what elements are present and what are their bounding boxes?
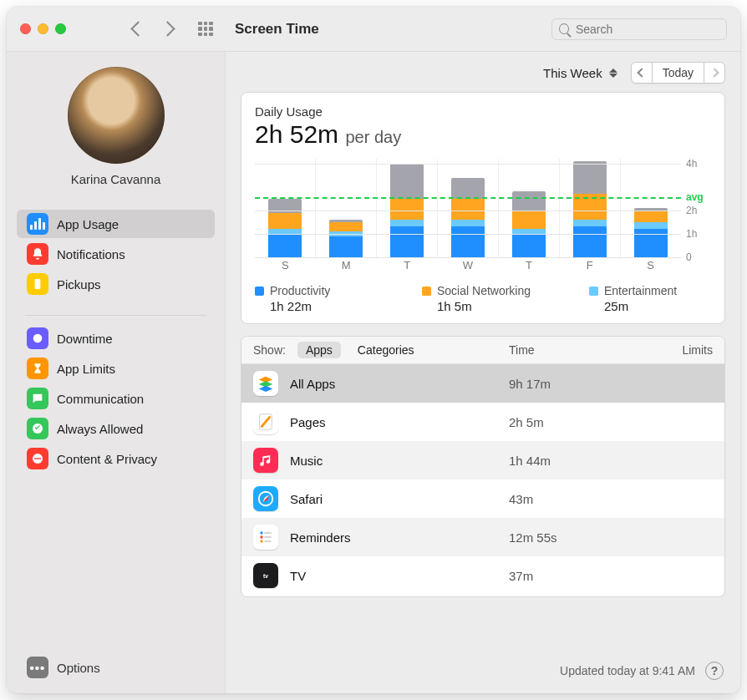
app-time: 2h 5m — [509, 415, 643, 429]
sidebar-divider — [25, 315, 206, 316]
legend-value: 1h 5m — [437, 299, 564, 313]
svg-point-12 — [260, 540, 262, 542]
chart-day-col — [499, 159, 560, 257]
updown-icon — [609, 68, 617, 78]
footer: Updated today at 9:41 AM ? — [226, 653, 740, 693]
next-day-button[interactable] — [704, 63, 724, 83]
app-row[interactable]: Pages2h 5m — [241, 403, 724, 441]
legend-swatch — [589, 287, 598, 296]
tab-apps[interactable]: Apps — [297, 342, 341, 358]
search-input[interactable] — [574, 22, 719, 37]
show-label: Show: — [253, 343, 286, 357]
back-button[interactable] — [130, 21, 145, 36]
legend-item: Entertainment25m — [589, 284, 725, 313]
app-row[interactable]: Music1h 44m — [241, 441, 724, 479]
svg-rect-11 — [264, 536, 271, 538]
chart-day-col — [377, 159, 438, 257]
bars-icon — [27, 213, 48, 235]
chart-day-col — [438, 159, 499, 257]
range-label: This Week — [543, 66, 602, 80]
app-row[interactable]: tvTV37m — [241, 556, 724, 595]
maximize-button[interactable] — [55, 23, 66, 34]
all-prefs-grid-icon[interactable] — [198, 22, 213, 37]
chat-bubble-icon — [27, 388, 48, 409]
sidebar-item-content-privacy[interactable]: Content & Privacy — [17, 444, 215, 473]
sidebar-options[interactable]: ••• Options — [7, 648, 225, 693]
app-name: TV — [290, 569, 497, 583]
legend-swatch — [422, 287, 431, 296]
window-controls — [20, 23, 66, 34]
clock-moon-icon — [27, 327, 48, 349]
reminders-icon — [253, 525, 278, 550]
sidebar-item-label: Communication — [57, 392, 144, 406]
svg-point-10 — [260, 535, 262, 538]
legend-item: Social Networking1h 5m — [422, 284, 564, 313]
app-row[interactable]: Reminders12m 55s — [241, 518, 724, 556]
svg-rect-9 — [264, 532, 271, 534]
sidebar-section-settings: DowntimeApp LimitsCommunicationAlways Al… — [7, 324, 225, 474]
today-button[interactable]: Today — [653, 63, 704, 83]
range-picker[interactable]: This Week — [543, 66, 622, 80]
app-time: 37m — [509, 569, 643, 583]
chart-day-col — [621, 159, 681, 257]
app-name: Safari — [290, 492, 497, 506]
sidebar-section-usage: App UsageNotificationsPickups — [7, 210, 225, 300]
svg-point-8 — [260, 531, 262, 534]
app-row[interactable]: All Apps9h 17m — [241, 364, 724, 403]
chart-day-col — [255, 159, 316, 257]
app-name: All Apps — [290, 377, 497, 391]
sidebar-item-app-usage[interactable]: App Usage — [17, 210, 215, 238]
sidebar-item-label: App Limits — [57, 362, 115, 376]
legend-name: Social Networking — [437, 284, 531, 297]
sidebar-item-notifications[interactable]: Notifications — [17, 240, 215, 268]
stack-icon — [253, 371, 278, 396]
safari-icon — [253, 486, 278, 511]
sidebar-item-app-limits[interactable]: App Limits — [17, 354, 215, 383]
svg-point-1 — [33, 334, 43, 343]
apps-table: Show: Apps Categories Time Limits All Ap… — [241, 336, 725, 597]
sidebar-item-always-allowed[interactable]: Always Allowed — [17, 414, 215, 443]
pages-icon — [253, 409, 278, 434]
svg-point-2 — [33, 424, 43, 434]
prev-day-button[interactable] — [632, 63, 653, 83]
app-time: 43m — [509, 492, 643, 506]
app-row[interactable]: Safari43m — [241, 479, 724, 518]
help-button[interactable]: ? — [705, 662, 724, 680]
hourglass-icon — [27, 358, 48, 379]
apps-table-header: Show: Apps Categories Time Limits — [241, 337, 724, 364]
sidebar-item-downtime[interactable]: Downtime — [17, 324, 215, 353]
svg-rect-13 — [264, 540, 271, 542]
app-time: 1h 44m — [509, 454, 643, 468]
day-stepper: Today — [631, 62, 725, 84]
sidebar-item-label: Notifications — [57, 247, 125, 261]
daily-usage-card: Daily Usage 2h 52m per day SMTWTFS 01h2h… — [241, 92, 725, 324]
user-name: Karina Cavanna — [7, 172, 225, 186]
app-name: Pages — [290, 415, 497, 429]
legend-value: 25m — [604, 299, 725, 313]
no-entry-icon — [27, 448, 48, 469]
sidebar-item-pickups[interactable]: Pickups — [17, 270, 215, 298]
minimize-button[interactable] — [38, 23, 48, 34]
legend-swatch — [255, 287, 264, 296]
sidebar-item-communication[interactable]: Communication — [17, 384, 215, 413]
close-button[interactable] — [20, 23, 31, 34]
titlebar: Screen Time — [7, 7, 740, 52]
range-controls: This Week Today — [226, 52, 740, 92]
chart-day-col — [560, 159, 621, 257]
updated-label: Updated today at 9:41 AM — [560, 664, 695, 677]
daily-usage-total: 2h 52m per day — [255, 120, 711, 149]
app-name: Music — [290, 454, 497, 468]
sidebar: Karina Cavanna App UsageNotificationsPic… — [7, 52, 226, 693]
svg-rect-0 — [35, 279, 41, 289]
tab-categories[interactable]: Categories — [353, 342, 419, 358]
legend-value: 1h 22m — [270, 299, 397, 313]
app-time: 9h 17m — [509, 377, 643, 391]
col-time-header: Time — [509, 343, 643, 357]
search-field[interactable] — [551, 18, 727, 40]
app-name: Reminders — [290, 530, 497, 545]
forward-button[interactable] — [160, 21, 175, 36]
main-content: This Week Today Daily Usage 2h 52m per d… — [226, 52, 740, 693]
bell-icon — [27, 243, 48, 265]
daily-usage-title: Daily Usage — [255, 104, 711, 119]
user-avatar[interactable] — [68, 67, 165, 164]
